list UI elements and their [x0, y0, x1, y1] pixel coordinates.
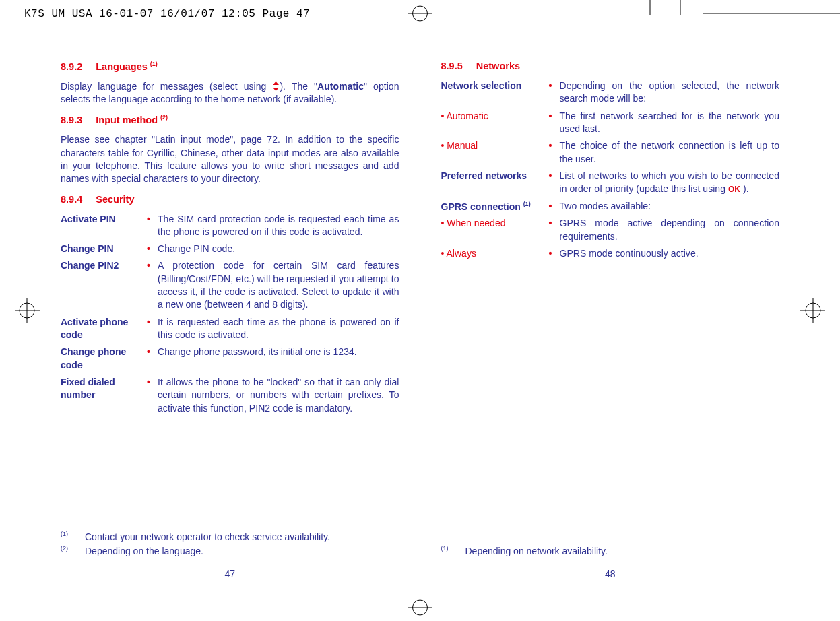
- term-when-needed: • When needed: [441, 217, 549, 243]
- term-activate-pin: Activate PIN: [61, 213, 147, 239]
- heading-security: 8.9.4Security: [61, 194, 399, 205]
- heading-input-method: 8.9.3Input method (2): [61, 114, 399, 125]
- svg-point-2: [413, 6, 428, 21]
- page-number-right: 48: [441, 568, 780, 579]
- desc-change-phone-code: Change phone password, its initial one i…: [156, 346, 399, 372]
- term-preferred-networks: Preferred networks: [441, 170, 549, 196]
- svg-point-11: [20, 303, 34, 318]
- bullet-icon: •: [549, 217, 558, 243]
- networks-list: Network selection • Depending on the opt…: [441, 79, 780, 260]
- footnotes-left: (1)Contact your network operator to chec…: [61, 530, 399, 558]
- bullet-icon: •: [549, 200, 558, 214]
- desc-automatic: The first network searched for is the ne…: [558, 110, 780, 136]
- desc-change-pin: Change PIN code.: [156, 242, 399, 255]
- desc-activate-phone-code: It is requested each time as the phone i…: [156, 316, 399, 342]
- bullet-icon: •: [549, 247, 558, 260]
- heading-networks: 8.9.5Networks: [441, 61, 780, 71]
- term-activate-phone-code: Activate phone code: [61, 316, 147, 342]
- nav-updown-icon: [272, 81, 280, 92]
- desc-preferred-networks: List of networks to which you wish to be…: [558, 170, 780, 196]
- desc-fixed-dialed-number: It allows the phone to be "locked" so th…: [156, 376, 399, 415]
- svg-point-8: [413, 600, 428, 615]
- bullet-icon: •: [549, 79, 558, 106]
- term-change-phone-code: Change phone code: [61, 346, 147, 372]
- bullet-icon: •: [549, 139, 558, 166]
- svg-marker-15: [273, 81, 279, 85]
- page-left: 8.9.2Languages (1) Display language for …: [61, 61, 399, 579]
- bullet-icon: •: [147, 259, 156, 311]
- desc-change-pin2: A protection code for certain SIM card f…: [156, 259, 399, 311]
- languages-text: Display language for messages (select us…: [61, 80, 399, 106]
- term-gprs-connection: GPRS connection (1): [441, 200, 549, 214]
- term-change-pin2: Change PIN2: [61, 259, 147, 311]
- heading-languages: 8.9.2Languages (1): [61, 61, 399, 72]
- term-network-selection: Network selection: [441, 79, 549, 106]
- svg-point-14: [806, 303, 820, 318]
- bullet-icon: •: [147, 213, 156, 239]
- desc-network-selection: Depending on the option selected, the ne…: [558, 79, 780, 106]
- term-manual: • Manual: [441, 139, 549, 166]
- page-number-left: 47: [61, 568, 399, 579]
- svg-marker-16: [273, 88, 279, 91]
- bullet-icon: •: [549, 110, 558, 136]
- desc-manual: The choice of the network connection is …: [558, 139, 780, 166]
- desc-gprs-connection: Two modes available:: [558, 200, 780, 214]
- spread: 8.9.2Languages (1) Display language for …: [61, 61, 779, 579]
- footnotes-right: (1)Depending on network availability.: [441, 544, 780, 558]
- crop-marks-left: [0, 0, 40, 621]
- page-right: 8.9.5Networks Network selection • Depend…: [441, 61, 780, 579]
- desc-activate-pin: The SIM card protection code is requeste…: [156, 213, 399, 239]
- print-header: K7S_UM_USA_16-01-07 16/01/07 12:05 Page …: [24, 8, 310, 20]
- bullet-icon: •: [147, 376, 156, 415]
- crop-marks-right: [800, 0, 840, 621]
- bullet-icon: •: [147, 346, 156, 372]
- bullet-icon: •: [147, 316, 156, 342]
- bullet-icon: •: [549, 170, 558, 196]
- term-change-pin: Change PIN: [61, 242, 147, 255]
- desc-when-needed: GPRS mode active depending on connection…: [558, 217, 780, 243]
- bullet-icon: •: [147, 242, 156, 255]
- crop-marks-top: [0, 0, 840, 40]
- desc-always: GPRS mode continuously active.: [558, 247, 780, 260]
- crop-marks-bottom: [0, 581, 840, 621]
- term-automatic: • Automatic: [441, 110, 549, 136]
- input-method-text: Please see chapter "Latin input mode", p…: [61, 133, 399, 185]
- ok-key-icon: OK: [728, 185, 740, 194]
- term-fixed-dialed-number: Fixed dialed number: [61, 376, 147, 415]
- security-list: Activate PIN • The SIM card protection c…: [61, 213, 399, 415]
- term-always: • Always: [441, 247, 549, 260]
